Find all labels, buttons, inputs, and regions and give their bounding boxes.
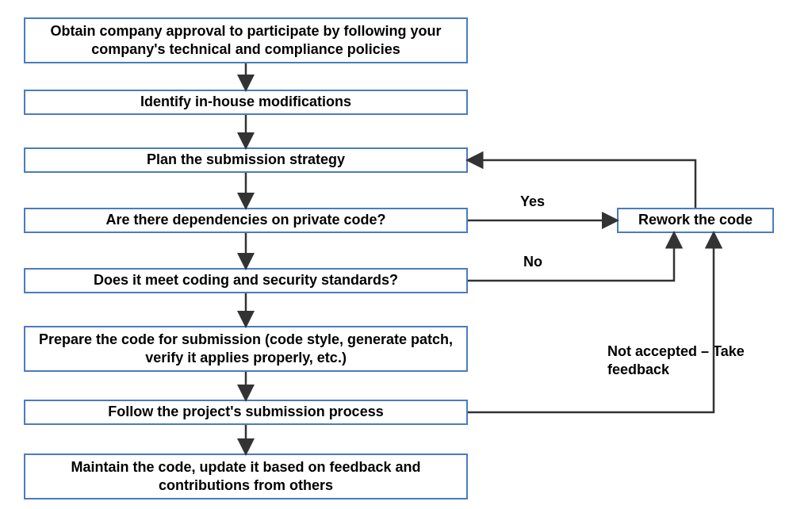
flow-arrows	[0, 0, 812, 509]
step-dependencies-question: Are there dependencies on private code?	[24, 208, 468, 233]
step-label: Are there dependencies on private code?	[105, 211, 385, 229]
step-label: Rework the code	[638, 211, 753, 229]
step-label: Prepare the code for submission (code st…	[36, 331, 455, 368]
step-label: Does it meet coding and security standar…	[94, 271, 398, 289]
step-label: Obtain company approval to participate b…	[36, 22, 455, 59]
step-label: Follow the project's submission process	[108, 403, 383, 421]
step-label: Maintain the code, update it based on fe…	[36, 458, 455, 496]
step-prepare-code: Prepare the code for submission (code st…	[24, 326, 468, 372]
edge-label-not-accepted: Not accepted – Take feedback	[606, 343, 764, 378]
step-obtain-approval: Obtain company approval to participate b…	[24, 17, 468, 63]
step-follow-process: Follow the project's submission process	[24, 400, 468, 425]
edge-label-no: No	[522, 254, 544, 270]
step-label: Plan the submission strategy	[147, 151, 345, 169]
edge-label-yes: Yes	[519, 193, 546, 210]
step-plan-submission: Plan the submission strategy	[24, 147, 468, 173]
step-maintain-code: Maintain the code, update it based on fe…	[24, 454, 468, 499]
step-rework-code: Rework the code	[617, 208, 774, 233]
step-standards-question: Does it meet coding and security standar…	[24, 268, 468, 293]
step-identify-mods: Identify in-house modifications	[24, 90, 468, 115]
step-label: Identify in-house modifications	[140, 93, 351, 111]
